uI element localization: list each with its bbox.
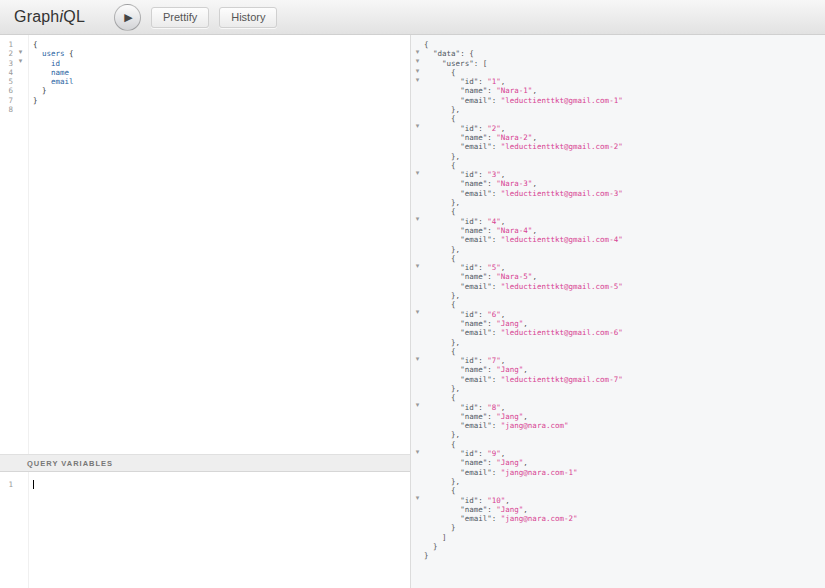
result-line: "email": "leductienttkt@gmail.com-6" <box>411 328 825 337</box>
result-viewer[interactable]: ▾{▾ "data": {▾ "users": [▾ { "id": "1", … <box>411 35 825 588</box>
app-logo: GraphiQL <box>14 8 85 26</box>
variables-text <box>28 480 34 489</box>
fold-gutter <box>13 86 28 95</box>
code-text: }, <box>424 477 460 486</box>
query-line: 5 email <box>0 77 410 86</box>
result-line: "id": "4", <box>411 217 825 226</box>
code-text: }, <box>424 384 460 393</box>
result-line: "id": "7", <box>411 356 825 365</box>
code-text: "id": "7", <box>424 356 505 365</box>
fold-gutter <box>411 245 424 254</box>
result-line: ▾ { <box>411 114 825 123</box>
fold-gutter <box>411 449 424 458</box>
code-text: "id": "5", <box>424 263 505 272</box>
code-text: }, <box>424 198 460 207</box>
line-number: 8 <box>0 105 13 114</box>
code-text: "users": [ <box>424 59 487 68</box>
code-text: "name": "Jang", <box>424 505 528 514</box>
result-line: "name": "Nara-2", <box>411 133 825 142</box>
result-line: "id": "3", <box>411 170 825 179</box>
query-editor[interactable]: 1▾{2▾ users {3 id4 name5 email6 }7}8 <box>0 35 410 454</box>
result-line: }, <box>411 384 825 393</box>
query-line: 4 name <box>0 68 410 77</box>
code-text: } <box>424 523 456 532</box>
fold-gutter <box>411 142 424 151</box>
fold-gutter <box>411 291 424 300</box>
code-text <box>28 105 33 114</box>
fold-gutter <box>411 272 424 281</box>
query-line: 8 <box>0 105 410 114</box>
text-cursor <box>33 480 34 489</box>
fold-gutter <box>411 282 424 291</box>
code-text: }, <box>424 291 460 300</box>
line-number: 4 <box>0 68 13 77</box>
fold-gutter <box>411 514 424 523</box>
result-line: ▾ { <box>411 254 825 263</box>
fold-gutter <box>411 217 424 226</box>
fold-gutter <box>411 319 424 328</box>
query-variables-header[interactable]: QUERY VARIABLES <box>0 454 410 472</box>
code-text: { <box>424 300 456 309</box>
line-number: 1 <box>0 480 13 489</box>
fold-gutter <box>411 375 424 384</box>
result-line: "email": "leductienttkt@gmail.com-2" <box>411 142 825 151</box>
code-text: { <box>424 68 456 77</box>
play-icon: ▶ <box>124 12 132 23</box>
code-text: "id": "2", <box>424 124 505 133</box>
result-line: ▾ "data": { <box>411 49 825 58</box>
code-text: "name": "Jang", <box>424 319 528 328</box>
code-text: { <box>424 254 456 263</box>
fold-gutter <box>411 365 424 374</box>
result-line: } <box>411 542 825 551</box>
code-text: { <box>424 440 456 449</box>
result-line: }, <box>411 291 825 300</box>
fold-gutter: ▾ <box>411 40 424 49</box>
code-text: { <box>424 347 456 356</box>
result-line: "email": "leductienttkt@gmail.com-4" <box>411 235 825 244</box>
execute-button[interactable]: ▶ <box>114 4 141 31</box>
fold-gutter <box>411 328 424 337</box>
code-text: "email": "jang@nara.com-1" <box>424 468 578 477</box>
code-text: }, <box>424 245 460 254</box>
code-text: "name": "Nara-2", <box>424 133 537 142</box>
fold-gutter <box>13 105 28 114</box>
query-line: 7} <box>0 96 410 105</box>
variables-editor[interactable]: 1 <box>0 472 410 588</box>
fold-gutter <box>411 505 424 514</box>
left-pane: 1▾{2▾ users {3 id4 name5 email6 }7}8 QUE… <box>0 35 411 588</box>
result-line: "id": "2", <box>411 124 825 133</box>
prettify-button[interactable]: Prettify <box>151 7 209 28</box>
fold-gutter <box>411 310 424 319</box>
fold-gutter <box>411 533 424 542</box>
line-number: 5 <box>0 77 13 86</box>
fold-gutter <box>411 523 424 532</box>
topbar: GraphiQL ▶ Prettify History <box>0 0 825 35</box>
fold-gutter: ▾ <box>411 114 424 123</box>
fold-gutter: ▾ <box>411 300 424 309</box>
fold-gutter <box>411 496 424 505</box>
fold-gutter <box>411 430 424 439</box>
fold-gutter <box>411 468 424 477</box>
code-text: id <box>28 59 60 68</box>
fold-gutter: ▾ <box>13 49 28 58</box>
fold-gutter: ▾ <box>411 49 424 58</box>
code-text: "name": "Nara-1", <box>424 86 537 95</box>
fold-gutter <box>13 77 28 86</box>
line-number: 3 <box>0 59 13 68</box>
result-line: ▾ { <box>411 393 825 402</box>
code-text: } <box>424 542 438 551</box>
code-text: { <box>424 40 429 49</box>
history-button[interactable]: History <box>219 7 277 28</box>
result-line: "name": "Jang", <box>411 458 825 467</box>
code-text: "email": "jang@nara.com-2" <box>424 514 578 523</box>
fold-gutter <box>411 235 424 244</box>
result-line: }, <box>411 105 825 114</box>
fold-gutter <box>411 542 424 551</box>
result-line: "id": "1", <box>411 77 825 86</box>
result-line: "email": "leductienttkt@gmail.com-5" <box>411 282 825 291</box>
code-text: "name": "Nara-4", <box>424 226 537 235</box>
result-line: "name": "Nara-5", <box>411 272 825 281</box>
line-number: 2 <box>0 49 13 58</box>
fold-gutter <box>411 551 424 560</box>
result-line: }, <box>411 477 825 486</box>
